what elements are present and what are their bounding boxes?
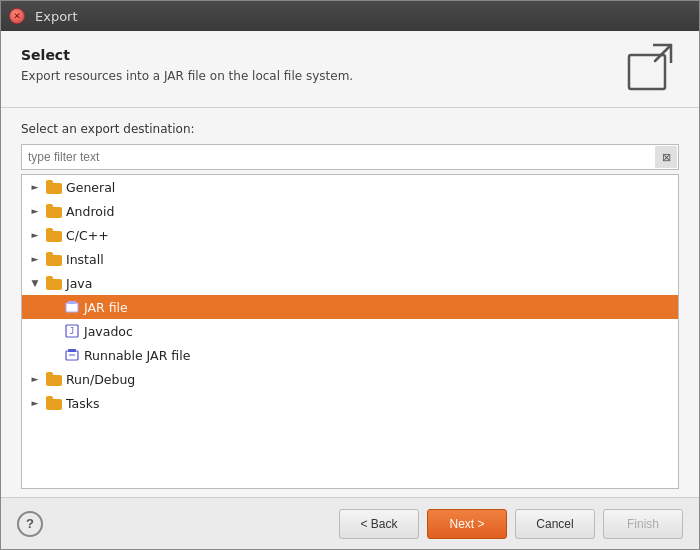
runnable-jar-icon: [64, 348, 80, 362]
toggle-run-debug: ►: [28, 372, 42, 386]
tree-item-android[interactable]: ► Android: [22, 199, 678, 223]
destination-label: Select an export destination:: [21, 122, 679, 136]
tree-label-android: Android: [66, 204, 114, 219]
filter-clear-button[interactable]: ⊠: [655, 146, 677, 168]
back-button[interactable]: < Back: [339, 509, 419, 539]
svg-text:J: J: [70, 327, 75, 336]
tree-label-java: Java: [66, 276, 92, 291]
tree-list[interactable]: ► General ► Android ► C/C++: [21, 174, 679, 489]
tree-item-cpp[interactable]: ► C/C++: [22, 223, 678, 247]
tree-label-cpp: C/C++: [66, 228, 109, 243]
tree-item-general[interactable]: ► General: [22, 175, 678, 199]
next-button[interactable]: Next >: [427, 509, 507, 539]
folder-icon-install: [46, 252, 62, 266]
titlebar: ✕ Export: [1, 1, 699, 31]
folder-icon-cpp: [46, 228, 62, 242]
header-section: Select Export resources into a JAR file …: [1, 31, 699, 108]
svg-rect-2: [66, 303, 78, 312]
filter-row: ⊠: [21, 144, 679, 170]
dialog-footer: ? < Back Next > Cancel Finish: [1, 497, 699, 549]
tree-label-tasks: Tasks: [66, 396, 100, 411]
jar-icon: [64, 300, 80, 314]
body-section: Select an export destination: ⊠ ► Genera…: [1, 108, 699, 497]
toggle-general: ►: [28, 180, 42, 194]
tree-item-java[interactable]: ▼ Java: [22, 271, 678, 295]
toggle-tasks: ►: [28, 396, 42, 410]
cancel-button[interactable]: Cancel: [515, 509, 595, 539]
svg-line-1: [655, 45, 671, 61]
tree-label-install: Install: [66, 252, 104, 267]
tree-label-runnable-jar: Runnable JAR file: [84, 348, 190, 363]
export-icon: [627, 43, 679, 95]
tree-item-javadoc[interactable]: J Javadoc: [22, 319, 678, 343]
close-button[interactable]: ✕: [9, 8, 25, 24]
tree-item-runnable-jar[interactable]: Runnable JAR file: [22, 343, 678, 367]
toggle-cpp: ►: [28, 228, 42, 242]
tree-item-tasks[interactable]: ► Tasks: [22, 391, 678, 415]
svg-rect-7: [68, 349, 76, 352]
tree-label-jar-file: JAR file: [84, 300, 128, 315]
tree-label-javadoc: Javadoc: [84, 324, 133, 339]
header-subtitle: Export resources into a JAR file on the …: [21, 69, 353, 83]
svg-rect-3: [68, 301, 76, 304]
header-title: Select: [21, 47, 353, 63]
help-button[interactable]: ?: [17, 511, 43, 537]
toggle-android: ►: [28, 204, 42, 218]
footer-right: < Back Next > Cancel Finish: [339, 509, 683, 539]
tree-item-install[interactable]: ► Install: [22, 247, 678, 271]
svg-rect-0: [629, 55, 665, 89]
export-dialog: ✕ Export Select Export resources into a …: [0, 0, 700, 550]
toggle-java: ▼: [28, 276, 42, 290]
javadoc-icon: J: [64, 324, 80, 338]
window-title: Export: [35, 9, 78, 24]
dialog-content: Select Export resources into a JAR file …: [1, 31, 699, 549]
folder-icon-android: [46, 204, 62, 218]
tree-item-jar-file[interactable]: JAR file: [22, 295, 678, 319]
toggle-install: ►: [28, 252, 42, 266]
folder-icon-run-debug: [46, 372, 62, 386]
filter-input[interactable]: [22, 148, 655, 166]
tree-label-general: General: [66, 180, 115, 195]
tree-label-run-debug: Run/Debug: [66, 372, 135, 387]
folder-icon-java: [46, 276, 62, 290]
folder-icon-tasks: [46, 396, 62, 410]
tree-item-run-debug[interactable]: ► Run/Debug: [22, 367, 678, 391]
close-icon: ✕: [13, 11, 21, 21]
footer-left: ?: [17, 511, 43, 537]
header-text: Select Export resources into a JAR file …: [21, 47, 353, 83]
folder-icon-general: [46, 180, 62, 194]
finish-button[interactable]: Finish: [603, 509, 683, 539]
